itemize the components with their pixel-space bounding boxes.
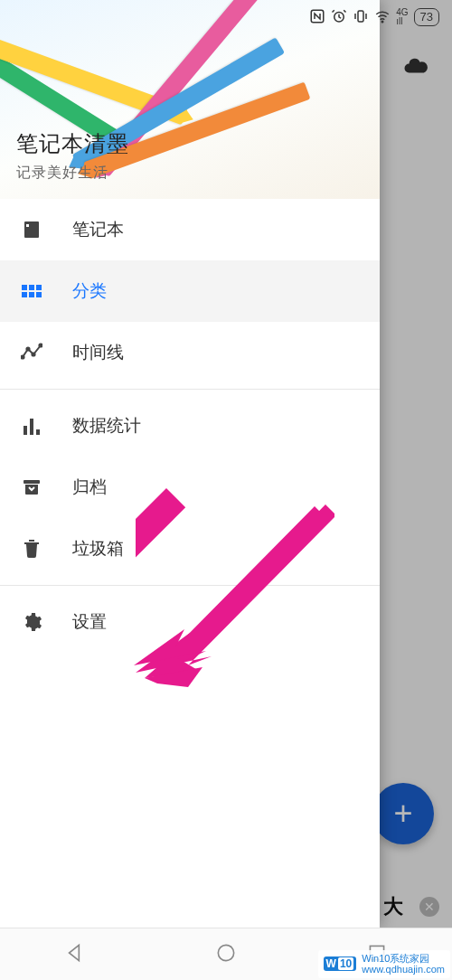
svg-point-18 xyxy=(218,945,233,960)
menu-label: 垃圾箱 xyxy=(72,537,124,561)
menu-label: 设置 xyxy=(72,610,107,634)
menu-item-stats[interactable]: 数据统计 xyxy=(0,395,380,457)
navigation-drawer: 笔记本清墨 记录美好生活 笔记本 分类 时间线 xyxy=(0,0,380,928)
menu-item-archive[interactable]: 归档 xyxy=(0,457,380,518)
watermark-line2: www.qdhuajin.com xyxy=(362,964,445,975)
svg-rect-6 xyxy=(24,480,40,484)
status-bar: 4Gıll 73 xyxy=(0,0,452,34)
menu-item-categories[interactable]: 分类 xyxy=(0,260,380,322)
menu-label: 分类 xyxy=(72,279,107,303)
notebook-icon xyxy=(20,218,43,241)
gear-icon xyxy=(20,610,43,634)
menu-item-timeline[interactable]: 时间线 xyxy=(0,322,380,383)
svg-rect-1 xyxy=(26,224,29,227)
svg-rect-0 xyxy=(24,221,39,238)
svg-rect-15 xyxy=(358,11,363,22)
menu-label: 笔记本 xyxy=(72,218,124,241)
menu-label: 归档 xyxy=(72,476,107,499)
wm-w: W xyxy=(326,957,336,970)
app-title: 笔记本清墨 xyxy=(16,129,129,158)
bar-chart-icon xyxy=(20,414,43,438)
svg-point-2 xyxy=(21,355,24,358)
watermark: W10 Win10系统家园 www.qdhuajin.com xyxy=(318,950,450,978)
battery-level: 73 xyxy=(414,8,439,26)
menu-label: 时间线 xyxy=(72,341,124,364)
menu-divider xyxy=(0,389,380,390)
timeline-icon xyxy=(20,341,43,364)
vibrate-icon xyxy=(353,8,369,27)
signal-4g-icon: 4Gıll xyxy=(396,8,408,26)
archive-icon xyxy=(20,476,43,499)
menu-item-trash[interactable]: 垃圾箱 xyxy=(0,518,380,580)
trash-icon xyxy=(20,537,43,561)
svg-point-3 xyxy=(26,347,29,350)
wm-10: 10 xyxy=(338,957,353,970)
drawer-menu: 笔记本 分类 时间线 数据统计 xyxy=(0,199,380,928)
nav-back-button[interactable] xyxy=(63,941,87,968)
watermark-line1: Win10系统家园 xyxy=(362,953,445,965)
menu-label: 数据统计 xyxy=(72,414,141,438)
menu-item-settings[interactable]: 设置 xyxy=(0,591,380,653)
svg-point-4 xyxy=(32,353,34,355)
svg-point-5 xyxy=(39,344,42,346)
menu-divider xyxy=(0,585,380,586)
menu-item-notebook[interactable]: 笔记本 xyxy=(0,199,380,260)
svg-point-16 xyxy=(381,21,383,23)
alarm-icon xyxy=(331,8,347,27)
svg-marker-17 xyxy=(70,945,80,960)
wifi-icon xyxy=(374,8,391,27)
grid-icon xyxy=(20,279,43,303)
nfc-icon xyxy=(309,8,325,27)
app-subtitle: 记录美好生活 xyxy=(16,164,129,183)
nav-home-button[interactable] xyxy=(214,941,238,968)
